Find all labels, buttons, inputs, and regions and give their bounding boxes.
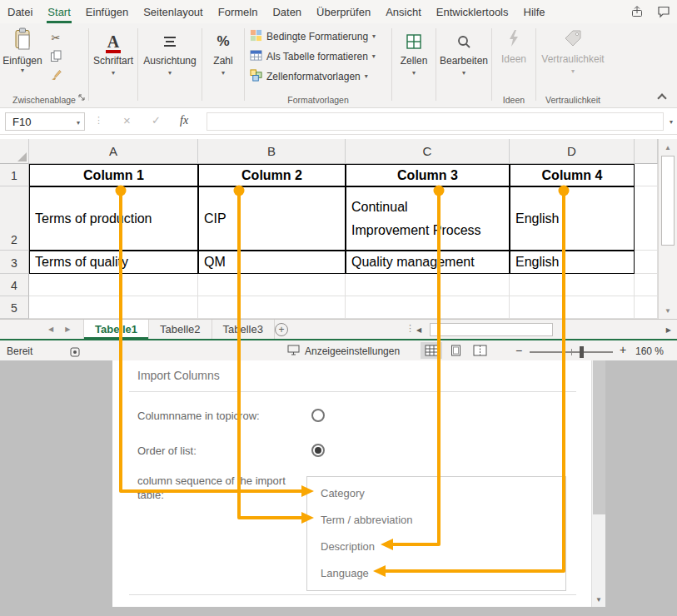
cell-D4[interactable] — [510, 274, 635, 296]
sheet-nav-arrows[interactable]: ◀▶ — [48, 320, 70, 339]
cell-A1[interactable]: Column 1 — [29, 164, 198, 186]
zoom-out-button[interactable]: − — [515, 344, 522, 357]
horizontal-scrollbar[interactable] — [428, 322, 655, 337]
cell-A3[interactable]: Terms of quality — [29, 251, 198, 274]
formula-bar-expand-icon[interactable]: ▾ — [670, 118, 673, 126]
cell-C3[interactable]: Quality management — [346, 251, 510, 274]
cell-E1[interactable] — [635, 164, 658, 186]
page-layout-view-button[interactable] — [445, 342, 466, 359]
cell-D5[interactable] — [510, 296, 635, 319]
dialog-scrollbar-thumb[interactable] — [593, 360, 605, 514]
cell-C5[interactable] — [346, 296, 510, 319]
conditional-formatting-button[interactable]: Bedingte Formatierung ▾ — [248, 27, 388, 46]
insert-function-icon[interactable]: fx — [180, 114, 188, 127]
zoom-slider[interactable] — [530, 351, 613, 353]
cell-B1[interactable]: Column 2 — [198, 164, 346, 186]
tab-bar-splitter-dots[interactable]: ⋮ — [406, 323, 415, 334]
zoom-level[interactable]: 160 % — [635, 345, 664, 357]
normal-view-button[interactable] — [421, 342, 442, 359]
row-header-5[interactable]: 5 — [0, 296, 29, 319]
row-header-1[interactable]: 1 — [0, 164, 29, 186]
row-header-3[interactable]: 3 — [0, 251, 29, 274]
cell-A2[interactable]: Terms of production — [29, 186, 198, 251]
collapse-ribbon-icon[interactable] — [659, 92, 667, 101]
tab-entwicklertools[interactable]: Entwicklertools — [429, 0, 516, 23]
format-as-table-button[interactable]: Als Tabelle formatieren ▾ — [248, 47, 388, 66]
comment-icon[interactable] — [650, 0, 677, 23]
cell-C1[interactable]: Column 3 — [346, 164, 510, 186]
tab-datei[interactable]: Datei — [0, 0, 40, 23]
cell-B5[interactable] — [198, 296, 346, 319]
dialog-scrollbar[interactable]: ▼ — [591, 360, 605, 607]
cells-group-button[interactable]: Zellen ▾ — [392, 23, 436, 107]
list-item-category[interactable]: Category — [307, 479, 565, 506]
editing-group-button[interactable]: Bearbeiten ▾ — [436, 23, 491, 107]
share-icon[interactable] — [624, 0, 650, 23]
cell-B3[interactable]: QM — [198, 251, 346, 274]
alignment-group-button[interactable]: Ausrichtung ▾ — [138, 23, 202, 107]
list-item-term-abbreviation[interactable]: Term / abbreviation — [307, 506, 565, 533]
cell-B4[interactable] — [198, 274, 346, 296]
add-sheet-button[interactable]: + — [275, 323, 288, 336]
name-box[interactable]: F10 ▾ — [5, 112, 85, 131]
tab-seitenlayout[interactable]: Seitenlayout — [136, 0, 211, 23]
scroll-down-icon[interactable]: ▼ — [659, 304, 677, 317]
cell-styles-button[interactable]: Zellenformatvorlagen ▾ — [248, 67, 388, 86]
paste-button[interactable]: Einfügen ▾ — [0, 23, 45, 81]
list-item-language[interactable]: Language — [307, 559, 565, 586]
tab-daten[interactable]: Daten — [265, 0, 309, 23]
sheet-nav-left-icon[interactable]: ◀ — [48, 325, 53, 333]
vertical-scrollbar-thumb[interactable] — [661, 156, 675, 246]
display-settings-button[interactable]: Anzeigeeinstellungen — [287, 345, 400, 358]
copy-icon[interactable] — [50, 49, 62, 62]
cell-A5[interactable] — [29, 296, 198, 319]
cancel-entry-icon[interactable]: × — [123, 113, 131, 127]
cell-E3[interactable] — [635, 251, 658, 274]
sheet-tab-tabelle2[interactable]: Tabelle2 — [149, 320, 212, 339]
clipboard-dialog-launcher-icon[interactable] — [77, 90, 86, 105]
sheet-tab-tabelle1[interactable]: Tabelle1 — [83, 320, 149, 339]
column-header-D[interactable]: D — [510, 139, 635, 164]
column-header-A[interactable]: A — [29, 139, 198, 164]
cell-D2[interactable]: English — [510, 186, 635, 251]
page-break-view-button[interactable] — [469, 342, 490, 359]
cell-B2[interactable]: CIP — [198, 186, 346, 251]
cell-C4[interactable] — [346, 274, 510, 296]
tab-einfuegen[interactable]: Einfügen — [78, 0, 136, 23]
cell-A4[interactable] — [29, 274, 198, 296]
tab-ueberpruefen[interactable]: Überprüfen — [309, 0, 378, 23]
format-painter-icon[interactable] — [50, 67, 62, 81]
cell-E2[interactable] — [635, 186, 658, 251]
tab-formeln[interactable]: Formeln — [211, 0, 266, 23]
sensitivity-button[interactable]: Vertraulichkeit ▾ — [536, 23, 610, 76]
cell-D3[interactable]: English — [510, 251, 635, 274]
tab-ansicht[interactable]: Ansicht — [378, 0, 429, 23]
select-all-button[interactable] — [0, 139, 29, 164]
row-header-4[interactable]: 4 — [0, 274, 29, 296]
cell-D1[interactable]: Column 4 — [510, 164, 635, 186]
sheet-tab-tabelle3[interactable]: Tabelle3 — [212, 320, 275, 339]
column-header-B[interactable]: B — [198, 139, 346, 164]
list-item-description[interactable]: Description — [307, 533, 565, 559]
ideas-button[interactable]: Ideen — [492, 23, 535, 65]
zoom-in-button[interactable]: + — [620, 343, 626, 356]
number-group-button[interactable]: % Zahl ▾ — [202, 23, 244, 107]
cell-E5[interactable] — [635, 296, 658, 319]
dialog-scroll-down-icon[interactable]: ▼ — [592, 593, 605, 607]
formula-input[interactable] — [207, 112, 664, 131]
tab-hilfe[interactable]: Hilfe — [516, 0, 553, 23]
font-group-button[interactable]: A Schriftart ▾ — [89, 23, 137, 107]
scroll-up-icon[interactable]: ▲ — [659, 141, 677, 154]
zoom-slider-thumb[interactable] — [580, 346, 584, 358]
radio-columnname-in-topicrow[interactable] — [311, 409, 325, 422]
column-header-C[interactable]: C — [346, 139, 510, 164]
cell-E4[interactable] — [635, 274, 658, 296]
sheet-nav-right-icon[interactable]: ▶ — [65, 325, 70, 333]
radio-order-of-list[interactable] — [311, 444, 325, 457]
cut-icon[interactable]: ✂ — [52, 31, 61, 44]
hscroll-right-icon[interactable]: ▶ — [666, 326, 671, 334]
hscroll-left-icon[interactable]: ◀ — [416, 326, 421, 334]
row-header-2[interactable]: 2 — [0, 186, 29, 251]
cell-C2[interactable]: Continual Improvement Process — [346, 186, 510, 251]
tab-start[interactable]: Start — [40, 0, 77, 23]
